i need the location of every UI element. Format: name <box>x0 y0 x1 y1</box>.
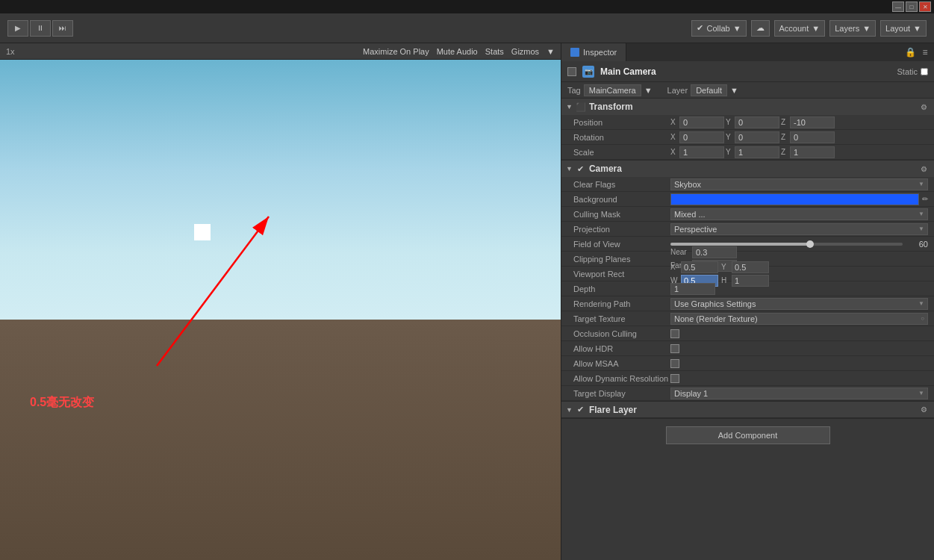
allow-msaa-row: Allow MSAA <box>561 356 934 371</box>
pos-z-label: Z <box>781 118 788 126</box>
near-value-input[interactable] <box>692 246 737 258</box>
occlusion-culling-checkbox[interactable] <box>670 329 679 338</box>
clipping-planes-label: Clipping Planes <box>573 255 670 264</box>
flare-settings-icon[interactable]: ⚙ <box>918 404 930 416</box>
scale-z-label: Z <box>781 148 788 156</box>
scale-xyz: X Y Z <box>670 146 835 158</box>
rotation-z-input[interactable] <box>790 131 835 143</box>
static-checkbox[interactable] <box>921 68 928 75</box>
mute-audio[interactable]: Mute Audio <box>437 47 478 56</box>
transform-header[interactable]: ▼ ⬛ Transform ⚙ <box>561 99 934 115</box>
zoom-level: 1x <box>6 47 15 56</box>
step-button[interactable]: ⏭ <box>52 20 73 37</box>
collab-dropdown[interactable]: ✔ Collab ▼ <box>691 20 746 37</box>
rendering-path-row: Rendering Path Use Graphics Settings ▼ <box>561 296 934 311</box>
background-edit-icon[interactable]: ✏ <box>922 195 928 203</box>
inspector-lock-button[interactable]: 🔒 <box>904 46 916 58</box>
scale-z-input[interactable] <box>790 146 835 158</box>
scale-label: Scale <box>573 148 670 157</box>
inspector-tab[interactable]: Inspector <box>561 43 626 61</box>
clear-flags-row: Clear Flags Skybox ▼ <box>561 177 934 192</box>
camera-header[interactable]: ▼ ✔ Camera ⚙ <box>561 161 934 177</box>
scale-y-input[interactable] <box>735 146 779 158</box>
flare-title: Flare Layer <box>589 405 637 415</box>
rotation-row: Rotation X Y Z <box>561 130 934 145</box>
flare-layer-component: ▼ ✔ Flare Layer ⚙ <box>561 402 934 419</box>
cloud-button[interactable]: ☁ <box>751 20 770 37</box>
object-active-checkbox[interactable] <box>567 67 576 76</box>
culling-mask-dropdown[interactable]: Mixed ... ▼ <box>670 208 928 220</box>
flare-layer-header[interactable]: ▼ ✔ Flare Layer ⚙ <box>561 402 934 418</box>
viewport-rect-label: Viewport Rect <box>573 270 670 279</box>
background-color-swatch[interactable] <box>670 193 919 205</box>
scale-x-input[interactable] <box>679 146 724 158</box>
scale-row: Scale X Y Z <box>561 145 934 160</box>
maximize-button[interactable]: □ <box>906 1 918 12</box>
culling-mask-label: Culling Mask <box>573 210 670 219</box>
position-row: Position X Y Z <box>561 115 934 130</box>
inspector-menu-button[interactable]: ≡ <box>919 46 931 58</box>
tag-layer-row: Tag MainCamera ▼ Layer Default ▼ <box>561 82 934 99</box>
rendering-path-dropdown[interactable]: Use Graphics Settings ▼ <box>670 298 928 310</box>
target-display-label: Target Display <box>573 389 670 398</box>
projection-row: Projection Perspective ▼ <box>561 222 934 237</box>
transform-icon: ⬛ <box>576 102 586 112</box>
vp-y-input[interactable] <box>732 261 769 273</box>
target-display-dropdown[interactable]: Display 1 ▼ <box>670 388 928 399</box>
object-static: Static <box>897 67 928 76</box>
vp-x-input[interactable] <box>681 261 718 273</box>
add-component-button[interactable]: Add Component <box>666 426 830 444</box>
rotation-x-input[interactable] <box>679 131 724 143</box>
position-y-input[interactable] <box>735 116 779 128</box>
tag-value[interactable]: MainCamera <box>584 84 641 96</box>
inspector-content: 📷 Main Camera Static Tag MainCamera ▼ La… <box>561 61 934 560</box>
allow-msaa-checkbox[interactable] <box>670 359 679 368</box>
layers-dropdown[interactable]: Layers ▼ <box>829 20 876 37</box>
scale-x-label: X <box>670 148 678 156</box>
tag-label: Tag <box>567 86 581 95</box>
pause-button[interactable]: ⏸ <box>30 20 51 37</box>
close-button[interactable]: ✕ <box>919 1 931 12</box>
maximize-on-play[interactable]: Maximize On Play <box>363 47 429 56</box>
annotation-text: 0.5毫无改变 <box>30 395 94 411</box>
add-component-area: Add Component <box>561 419 934 452</box>
stats-button[interactable]: Stats <box>485 47 504 56</box>
target-texture-row: Target Texture None (Render Texture) ○ <box>561 311 934 326</box>
occlusion-culling-row: Occlusion Culling <box>561 326 934 341</box>
ground-background <box>0 320 561 560</box>
projection-dropdown[interactable]: Perspective ▼ <box>670 223 928 235</box>
account-dropdown[interactable]: Account ▼ <box>774 20 826 37</box>
object-name: Main Camera <box>600 66 656 77</box>
depth-input[interactable] <box>670 283 715 295</box>
fov-label: Field of View <box>573 240 670 249</box>
position-z-input[interactable] <box>790 116 835 128</box>
camera-settings-icon[interactable]: ⚙ <box>918 163 930 175</box>
rot-x-label: X <box>670 133 678 141</box>
allow-msaa-label: Allow MSAA <box>573 359 670 368</box>
transform-settings-icon[interactable]: ⚙ <box>918 101 930 113</box>
inspector-tabs: Inspector 🔒 ≡ <box>561 43 934 61</box>
title-bar: — □ ✕ <box>0 0 934 13</box>
scene-options-icon[interactable]: ▼ <box>547 47 555 56</box>
allow-dynamic-checkbox[interactable] <box>670 374 679 383</box>
rotation-xyz: X Y Z <box>670 131 835 143</box>
rotation-y-input[interactable] <box>735 131 779 143</box>
allow-dynamic-row: Allow Dynamic Resolution <box>561 371 934 386</box>
clear-flags-dropdown[interactable]: Skybox ▼ <box>670 178 928 190</box>
allow-hdr-checkbox[interactable] <box>670 344 679 353</box>
layout-dropdown[interactable]: Layout ▼ <box>880 20 927 37</box>
position-label: Position <box>573 118 670 127</box>
gizmos-button[interactable]: Gizmos <box>511 47 539 56</box>
inspector-panel: Inspector 🔒 ≡ 📷 Main Camera Static T <box>561 43 934 560</box>
fov-slider-track[interactable] <box>670 243 903 246</box>
scene-viewport[interactable]: 0.5毫无改变 <box>0 60 561 560</box>
vp-y-label: Y <box>721 263 729 271</box>
allow-hdr-row: Allow HDR <box>561 341 934 356</box>
viewport-rect-row: Viewport Rect X Y W H <box>561 267 934 281</box>
target-texture-dropdown[interactable]: None (Render Texture) ○ <box>670 313 928 325</box>
position-x-input[interactable] <box>679 116 724 128</box>
play-button[interactable]: ▶ <box>7 20 28 37</box>
layer-value[interactable]: Default <box>691 84 727 96</box>
minimize-button[interactable]: — <box>892 1 904 12</box>
camera-arrow-icon: ▼ <box>566 165 573 172</box>
